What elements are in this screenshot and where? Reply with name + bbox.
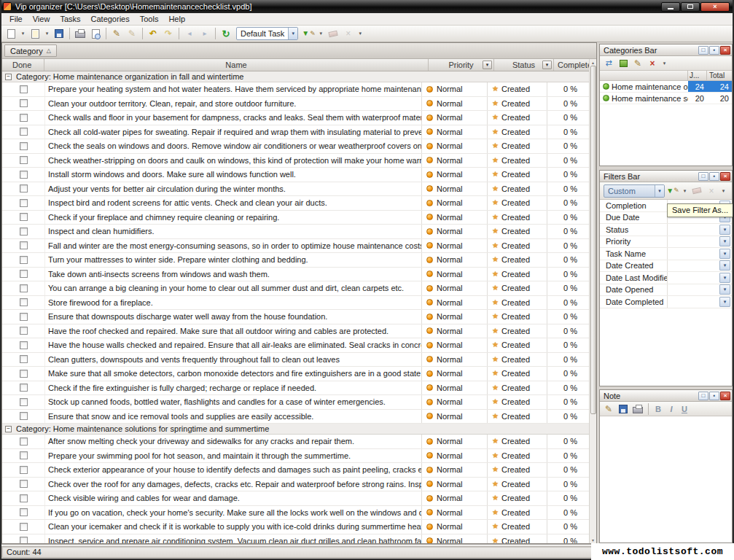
task-row[interactable]: Check over the roof for any damages, def… [2,478,589,492]
task-checkbox[interactable] [20,508,28,516]
task-row[interactable]: After snow melting check your driveway a… [2,435,589,449]
save-filter-dropdown[interactable]: ▾ [681,184,689,198]
column-header-done[interactable]: Done [2,59,44,71]
task-row[interactable]: Clean your outdoor territory. Clean, rep… [2,97,589,112]
task-row[interactable]: Clean your icemaker and check if it is w… [2,520,589,534]
print-note-button[interactable] [631,403,644,415]
status-filter-dropdown[interactable]: ▾ [542,61,552,69]
panel-restore-icon[interactable]: □ [698,46,708,55]
note-content[interactable] [600,417,732,542]
task-checkbox[interactable] [20,228,28,236]
task-row[interactable]: Adjust your vents for better air circula… [2,182,589,197]
toolbar-options-dropdown[interactable]: ▾ [356,27,364,41]
task-checkbox[interactable] [20,142,28,150]
clear-filter-button[interactable] [326,27,340,41]
task-checkbox[interactable] [20,384,28,392]
new-note-button[interactable] [28,27,42,41]
task-checkbox[interactable] [20,171,28,179]
task-checkbox[interactable] [20,114,28,122]
task-checkbox[interactable] [20,327,28,335]
task-checkbox[interactable] [20,451,28,459]
category-total-column[interactable]: Total [707,71,732,80]
task-row[interactable]: Make sure that all smoke detectors, carb… [2,367,589,381]
maximize-button[interactable] [681,2,700,12]
task-checkbox[interactable] [20,284,28,292]
task-row[interactable]: Ensure that snow and ice removal tools a… [2,410,589,424]
task-row[interactable]: Install storm windows and doors. Make su… [2,168,589,182]
category-group-row[interactable]: −Category: Home maintenance organization… [2,71,589,82]
task-row[interactable]: Check visible wiring and cables for wear… [2,491,589,506]
task-row[interactable]: Check the seals on windows and doors. Re… [2,139,589,154]
panel-restore-icon[interactable]: □ [698,392,708,400]
filter-dropdown-button[interactable]: ▾ [719,284,730,295]
task-type-combo[interactable]: Default Task ▾ [236,27,298,40]
save-button[interactable] [52,27,66,41]
print-preview-button[interactable] [88,27,103,41]
scroll-up-icon[interactable]: ▴ [592,59,594,66]
task-checkbox[interactable] [20,85,28,93]
categories-toolbar-dropdown[interactable]: ▾ [660,56,668,70]
task-checkbox[interactable] [20,156,28,164]
task-checkbox[interactable] [20,494,28,502]
task-row[interactable]: Prepare your heating system and hot wate… [2,82,589,97]
scroll-down-icon[interactable]: ▾ [592,537,594,543]
category-jobs-column[interactable]: J... [688,71,707,80]
format-b-button[interactable]: B [652,403,664,414]
filter-dropdown-button[interactable]: ▾ [719,273,730,283]
task-row[interactable]: Check exterior appearance of your house … [2,463,589,478]
edit-task-button[interactable]: ✎ [109,27,124,41]
filter-dropdown-button[interactable]: ▾ [719,225,730,235]
collapse-icon[interactable]: − [5,426,12,432]
close-button[interactable]: × [700,2,730,12]
task-row[interactable]: Check weather-stripping on doors and cau… [2,154,589,168]
filter-dropdown-button[interactable]: ▾ [719,249,730,259]
panel-close-icon[interactable]: × [720,172,730,181]
task-checkbox[interactable] [20,213,28,221]
priority-filter-dropdown[interactable]: ▾ [483,61,492,69]
task-checkbox[interactable] [20,370,28,378]
delete-filter-button[interactable]: × [705,185,718,197]
new-category-button[interactable] [617,58,630,69]
task-checkbox[interactable] [20,184,28,192]
new-note-dropdown[interactable]: ▾ [43,27,51,41]
task-checkbox[interactable] [20,341,28,349]
vertical-scrollbar[interactable]: ▴ ▾ [589,59,596,543]
filter-preset-combo[interactable]: Custom ▾ [604,184,665,198]
column-header-name[interactable]: Name [44,59,429,71]
task-checkbox[interactable] [20,438,28,446]
task-row[interactable]: Prepare your swimming pool for hot seaso… [2,449,589,464]
category-row[interactable]: Home maintenance solut2020 [600,93,732,104]
category-row[interactable]: Home maintenance orga2424 [600,81,732,93]
filter-dropdown-button[interactable]: ▾ [719,297,730,307]
edit-note-button[interactable]: ✎ [125,27,139,41]
task-row[interactable]: Inspect and clean humidifiers.Normal★Cre… [2,225,589,239]
task-row[interactable]: You can arrange a big cleaning in your h… [2,281,589,296]
task-checkbox[interactable] [20,355,28,363]
task-checkbox[interactable] [20,270,28,278]
task-checkbox[interactable] [20,199,28,207]
format-u-button[interactable]: U [679,403,690,414]
filters-toolbar-dropdown[interactable]: ▾ [719,184,727,198]
delete-category-button[interactable]: × [646,58,659,69]
task-row[interactable]: Store firewood for a fireplace.Normal★Cr… [2,296,589,311]
panel-close-icon[interactable]: × [720,46,730,55]
task-checkbox[interactable] [20,523,28,531]
menu-item-view[interactable]: View [28,14,55,24]
task-row[interactable]: Stock up canned foods, bottled water, fl… [2,395,589,410]
edit-note-button[interactable]: ✎ [602,403,615,415]
task-row[interactable]: If you go on vacation, check your home's… [2,506,589,521]
task-row[interactable]: Inspect bird and rodent screens for atti… [2,196,589,211]
task-checkbox[interactable] [20,128,28,136]
panel-restore-icon[interactable]: □ [698,172,708,181]
remove-filter-button[interactable]: × [341,27,356,41]
panel-close-icon[interactable]: × [720,392,730,400]
task-row[interactable]: Check if the fire extinguisher is fully … [2,381,589,396]
menu-item-help[interactable]: Help [163,14,190,24]
filter-dropdown-button[interactable]: ▾ [719,236,730,246]
clear-filter-button[interactable] [690,185,703,197]
collapse-icon[interactable]: − [5,74,12,80]
task-row[interactable]: Turn your mattresses to winter side. Pre… [2,253,589,268]
save-note-button[interactable] [617,403,630,415]
edit-category-button[interactable]: ✎ [631,58,644,69]
task-checkbox[interactable] [20,398,28,406]
